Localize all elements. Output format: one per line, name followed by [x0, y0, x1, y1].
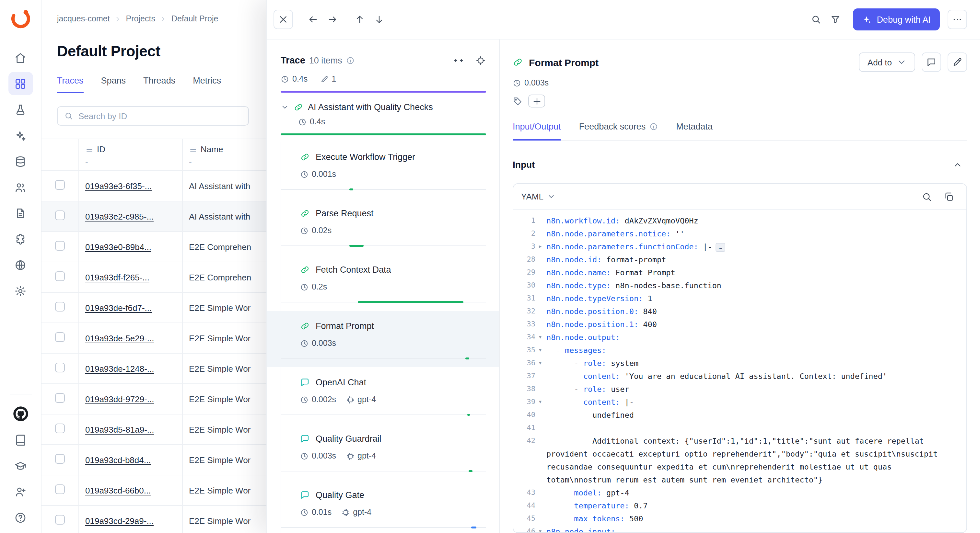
- link-icon: [300, 208, 310, 218]
- trace-id-link[interactable]: 019a93de-1248-...: [85, 364, 154, 373]
- next-trace-button[interactable]: [323, 10, 342, 29]
- span-row[interactable]: Format Prompt0.003s: [267, 311, 499, 367]
- info-icon: [346, 56, 355, 65]
- sidebar-item[interactable]: [8, 201, 33, 225]
- search-input[interactable]: [78, 111, 242, 121]
- trace-id-link[interactable]: 019a93df-f265-...: [85, 272, 150, 282]
- span-row[interactable]: OpenAI Chat0.002sgpt-4: [267, 367, 499, 424]
- trace-id-link[interactable]: 019a93dd-9729-...: [85, 394, 154, 404]
- sidebar-item[interactable]: [8, 46, 33, 69]
- trace-id-link[interactable]: 019a93cd-b8d4...: [85, 455, 151, 465]
- edit-button[interactable]: [948, 52, 967, 72]
- row-checkbox[interactable]: [55, 241, 65, 251]
- row-checkbox[interactable]: [55, 393, 65, 403]
- search-spans-button[interactable]: [806, 10, 826, 29]
- plus-icon: [532, 96, 541, 106]
- line-number: 45: [520, 512, 535, 525]
- row-checkbox[interactable]: [55, 454, 65, 464]
- span-row[interactable]: Fetch Context Data0.2s: [267, 254, 499, 311]
- sidebar-item[interactable]: [8, 72, 33, 95]
- trace-id-link[interactable]: 019a93e3-6f35-...: [85, 181, 152, 191]
- span-row[interactable]: Parse Request0.02s: [267, 198, 499, 254]
- row-checkbox[interactable]: [55, 484, 65, 494]
- sidebar-item[interactable]: [8, 480, 33, 503]
- tab-traces[interactable]: Traces: [57, 76, 84, 93]
- code-fold-chevron-icon[interactable]: ▸: [535, 240, 545, 253]
- chevron-down-icon[interactable]: [281, 103, 289, 111]
- sidebar-item[interactable]: [8, 124, 33, 147]
- collapsed-code-ellipsis[interactable]: …: [715, 243, 725, 252]
- row-checkbox[interactable]: [55, 271, 65, 281]
- row-checkbox[interactable]: [55, 180, 65, 190]
- copy-code-button[interactable]: [939, 187, 959, 206]
- expand-spans-icon[interactable]: [449, 51, 468, 70]
- app: jacques-cometProjectsDefault Proje Defau…: [0, 0, 980, 533]
- span-duration: 0.002s: [312, 395, 336, 404]
- filter-button[interactable]: [826, 10, 845, 29]
- breadcrumb-item[interactable]: Projects: [126, 14, 155, 23]
- breadcrumb-item[interactable]: Default Proje: [172, 14, 218, 23]
- code-fold-chevron-icon[interactable]: ▾: [535, 344, 545, 357]
- span-row[interactable]: Quality Guardrail0.003sgpt-4: [267, 424, 499, 480]
- close-button[interactable]: [274, 10, 293, 29]
- span-row[interactable]: Execute Workflow Trigger0.001s: [267, 142, 499, 198]
- comment-button[interactable]: [922, 52, 941, 72]
- detail-tab-input-output[interactable]: Input/Output: [513, 118, 561, 141]
- sidebar-item[interactable]: [8, 176, 33, 199]
- trace-id-link[interactable]: 019a93e0-89b4...: [85, 242, 151, 252]
- next-span-button[interactable]: [369, 10, 389, 29]
- trace-id-link[interactable]: 019a93cd-66b0...: [85, 485, 151, 495]
- collapse-section-button[interactable]: [948, 155, 967, 174]
- detail-tab-feedback-scores[interactable]: Feedback scores: [579, 118, 658, 141]
- search-in-code-button[interactable]: [917, 187, 937, 206]
- trace-id-link[interactable]: 019a93e2-c985-...: [85, 211, 154, 221]
- trace-id-link[interactable]: 019a93de-5e29-...: [85, 333, 154, 343]
- sidebar-item[interactable]: [8, 506, 33, 529]
- tab-metrics[interactable]: Metrics: [193, 76, 221, 93]
- detail-tab-metadata[interactable]: Metadata: [676, 118, 713, 141]
- row-checkbox[interactable]: [55, 211, 65, 220]
- trace-id-link[interactable]: 019a93cd-29a9-...: [85, 516, 154, 525]
- row-checkbox[interactable]: [55, 515, 65, 525]
- sidebar-item[interactable]: [8, 253, 33, 276]
- trace-id-link[interactable]: 019a93de-f6d7-...: [85, 303, 152, 313]
- sidebar-item[interactable]: [8, 227, 33, 251]
- row-checkbox[interactable]: [55, 302, 65, 311]
- input-section-title: Input: [513, 159, 535, 170]
- code-fold-chevron-icon[interactable]: ▾: [535, 396, 545, 409]
- chat-bubble-icon: [300, 490, 310, 500]
- tab-spans[interactable]: Spans: [101, 76, 126, 93]
- sidebar-item[interactable]: [8, 98, 33, 121]
- comet-logo[interactable]: [9, 7, 32, 30]
- prompts-document-icon: [14, 207, 27, 219]
- prev-trace-button[interactable]: [303, 10, 323, 29]
- format-select[interactable]: YAML: [521, 192, 556, 201]
- add-tag-button[interactable]: [528, 95, 545, 108]
- breadcrumb-item[interactable]: jacques-comet: [57, 14, 110, 23]
- code-line: 31n8n.node.typeVersion: 1: [520, 292, 957, 305]
- sidebar-item[interactable]: [8, 402, 33, 425]
- more-actions-button[interactable]: [948, 10, 967, 29]
- code-fold-chevron-icon[interactable]: ▾: [535, 331, 545, 344]
- trace-id-link[interactable]: 019a93d5-81a9-...: [85, 425, 154, 434]
- row-checkbox[interactable]: [55, 424, 65, 433]
- span-row[interactable]: Quality Gate0.01sgpt-4: [267, 480, 499, 533]
- code-fold-chevron-icon[interactable]: ▾: [535, 525, 545, 532]
- sidebar-item[interactable]: [8, 279, 33, 303]
- sparkle-icon: [862, 14, 872, 24]
- model-badge: gpt-4: [346, 451, 376, 460]
- root-span-row[interactable]: AI Assistant with Quality Checks: [281, 102, 486, 112]
- focus-trace-icon[interactable]: [471, 51, 490, 70]
- sidebar-item[interactable]: [8, 454, 33, 477]
- tab-threads[interactable]: Threads: [143, 76, 175, 93]
- header-id[interactable]: ID -: [78, 139, 182, 171]
- sidebar-item[interactable]: [8, 150, 33, 173]
- sidebar-item[interactable]: [8, 428, 33, 451]
- prev-span-button[interactable]: [350, 10, 369, 29]
- add-to-button[interactable]: Add to: [859, 52, 915, 72]
- row-checkbox[interactable]: [55, 332, 65, 342]
- row-checkbox[interactable]: [55, 363, 65, 373]
- code-fold-chevron-icon[interactable]: ▾: [535, 357, 545, 370]
- debug-with-ai-button[interactable]: Debug with AI: [853, 8, 940, 30]
- line-number: 41: [520, 422, 535, 435]
